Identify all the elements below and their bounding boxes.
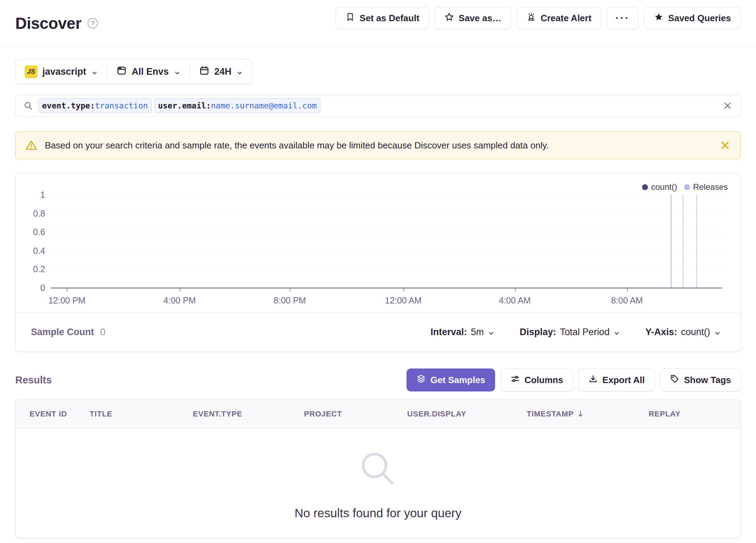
x-axis-tick bbox=[515, 288, 516, 291]
search-icon bbox=[23, 101, 33, 111]
search-token-event-type[interactable]: event.type:transaction bbox=[39, 98, 151, 113]
dismiss-banner-icon[interactable] bbox=[720, 140, 731, 151]
yaxis-dropdown[interactable]: Y-Axis: count() bbox=[645, 327, 721, 338]
show-tags-label: Show Tags bbox=[684, 375, 731, 386]
chevron-down-icon bbox=[488, 329, 495, 335]
magnifier-empty-icon bbox=[356, 447, 400, 491]
save-as-button[interactable]: Save as… bbox=[435, 7, 511, 29]
chevron-down-icon bbox=[174, 68, 181, 75]
column-header-project[interactable]: Project bbox=[304, 410, 407, 419]
release-marker-line[interactable] bbox=[683, 195, 684, 288]
search-bar[interactable]: event.type:transaction user.email:name.s… bbox=[15, 95, 741, 117]
javascript-platform-icon: JS bbox=[25, 65, 38, 78]
column-header-user-display[interactable]: User.Display bbox=[407, 410, 527, 419]
column-header-timestamp[interactable]: Timestamp bbox=[527, 410, 649, 419]
token-value: name.surname@email.com bbox=[211, 101, 317, 110]
column-label: Project bbox=[304, 410, 342, 419]
x-axis-tick-label: 8:00 PM bbox=[274, 295, 306, 306]
get-samples-button[interactable]: Get Samples bbox=[406, 368, 495, 391]
environment-selector-label: All Envs bbox=[132, 66, 169, 77]
column-header-event-type[interactable]: Event.Type bbox=[193, 410, 304, 419]
sample-count-label: Sample Count bbox=[31, 327, 94, 338]
bookmark-icon bbox=[345, 12, 355, 24]
x-axis-tick-label: 4:00 PM bbox=[164, 295, 196, 306]
window-icon bbox=[116, 65, 127, 78]
column-label: Title bbox=[90, 410, 112, 419]
environment-selector[interactable]: All Envs bbox=[107, 59, 190, 84]
star-outline-icon bbox=[444, 12, 454, 24]
x-axis-tick-label: 8:00 AM bbox=[611, 295, 643, 306]
layers-icon bbox=[416, 374, 426, 386]
column-header-replay[interactable]: Replay bbox=[649, 410, 740, 419]
x-axis-tick-label: 12:00 PM bbox=[48, 295, 85, 306]
page-header: Discover ? Set as Default Save as… Creat… bbox=[0, 0, 756, 46]
yaxis-value: count() bbox=[681, 327, 710, 338]
column-label: Timestamp bbox=[527, 410, 574, 419]
download-icon bbox=[588, 374, 598, 386]
column-label: Event.Type bbox=[193, 410, 242, 419]
saved-queries-button[interactable]: Saved Queries bbox=[644, 7, 741, 29]
display-dropdown[interactable]: Display: Total Period bbox=[520, 327, 621, 338]
release-marker-line[interactable] bbox=[671, 195, 672, 288]
warning-triangle-icon bbox=[25, 139, 37, 151]
y-axis-tick-label: 0.4 bbox=[33, 246, 45, 256]
export-all-button[interactable]: Export All bbox=[578, 368, 655, 391]
token-key: event.type: bbox=[42, 101, 95, 110]
y-axis-tick-label: 0.8 bbox=[33, 209, 45, 219]
saved-queries-label: Saved Queries bbox=[668, 13, 731, 24]
column-header-title[interactable]: Title bbox=[90, 410, 193, 419]
y-axis-tick-label: 0 bbox=[40, 283, 45, 293]
more-options-button[interactable]: ··· bbox=[607, 7, 639, 29]
siren-icon bbox=[526, 12, 536, 24]
releases-series-dot bbox=[684, 184, 690, 190]
x-axis-tick bbox=[627, 288, 628, 291]
y-axis-tick-label: 1 bbox=[40, 190, 45, 200]
discover-page: Discover ? Set as Default Save as… Creat… bbox=[0, 0, 756, 543]
token-value: transaction bbox=[95, 101, 148, 110]
project-selector-label: javascript bbox=[42, 66, 86, 77]
header-actions: Set as Default Save as… Create Alert ···… bbox=[336, 7, 741, 29]
gridline bbox=[51, 195, 722, 195]
interval-dropdown[interactable]: Interval: 5m bbox=[430, 327, 495, 338]
page-filter-bar: JS javascript All Envs 24H bbox=[15, 59, 253, 84]
clear-search-icon[interactable] bbox=[722, 100, 733, 111]
star-filled-icon bbox=[654, 12, 664, 24]
x-axis-tick bbox=[290, 288, 290, 291]
legend-item-releases[interactable]: Releases bbox=[684, 182, 728, 192]
x-axis-tick bbox=[180, 288, 180, 291]
results-toolbar: Results Get Samples Columns Export All S… bbox=[15, 367, 741, 393]
sample-count: Sample Count 0 bbox=[31, 327, 106, 338]
display-value: Total Period bbox=[560, 327, 610, 338]
legend-count-label: count() bbox=[651, 182, 677, 192]
y-axis-tick-label: 0.2 bbox=[33, 264, 45, 274]
ellipsis-icon: ··· bbox=[615, 12, 630, 24]
legend-releases-label: Releases bbox=[693, 182, 728, 192]
chevron-down-icon bbox=[91, 68, 98, 75]
show-tags-button[interactable]: Show Tags bbox=[660, 368, 741, 391]
column-label: User.Display bbox=[407, 410, 466, 419]
y-axis-tick-label: 0.6 bbox=[33, 227, 45, 237]
column-header-event-id[interactable]: Event ID bbox=[30, 410, 90, 419]
sampled-data-warning-banner: Based on your search criteria and sample… bbox=[15, 131, 741, 159]
empty-state-message: No results found for your query bbox=[295, 506, 462, 520]
x-axis-tick bbox=[67, 288, 67, 291]
legend-item-count[interactable]: count() bbox=[642, 182, 677, 192]
set-as-default-button[interactable]: Set as Default bbox=[336, 7, 429, 29]
save-as-label: Save as… bbox=[459, 13, 501, 24]
release-marker-line[interactable] bbox=[696, 195, 697, 288]
columns-button[interactable]: Columns bbox=[501, 368, 573, 391]
help-icon[interactable]: ? bbox=[88, 18, 98, 29]
chart-plot-area: 1 0.8 0.6 0.4 0.2 0 12:00 PM 4:00 PM 8:0… bbox=[51, 195, 722, 288]
results-heading: Results bbox=[15, 374, 52, 386]
get-samples-label: Get Samples bbox=[430, 375, 485, 386]
calendar-icon bbox=[199, 65, 209, 78]
chart-controls: Interval: 5m Display: Total Period Y-Axi… bbox=[430, 327, 721, 338]
create-alert-button[interactable]: Create Alert bbox=[517, 7, 601, 29]
project-selector[interactable]: JS javascript bbox=[16, 59, 107, 84]
interval-label: Interval: bbox=[430, 327, 467, 338]
search-token-user-email[interactable]: user.email:name.surname@email.com bbox=[155, 98, 320, 113]
yaxis-label: Y-Axis: bbox=[645, 327, 677, 338]
chevron-down-icon bbox=[613, 329, 620, 335]
time-range-selector[interactable]: 24H bbox=[190, 59, 253, 84]
results-empty-state: No results found for your query bbox=[16, 429, 740, 538]
